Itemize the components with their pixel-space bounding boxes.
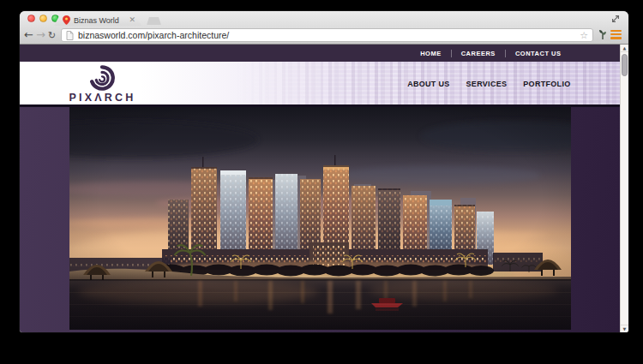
browser-toolbar: ← → ↻ biznasworld.com/pixarch-architectu… <box>20 26 628 45</box>
hero-image <box>69 107 571 330</box>
browser-menu-button[interactable] <box>610 30 622 40</box>
scrollbar-thumb[interactable] <box>622 54 628 76</box>
back-button[interactable]: ← <box>24 27 33 43</box>
map-pin-favicon-icon <box>63 15 70 25</box>
forward-button[interactable]: → <box>36 27 45 43</box>
extension-icon[interactable] <box>598 29 608 40</box>
main-navigation: ABOUT US SERVICES PORTFOLIO <box>407 80 570 88</box>
topbar-link-home[interactable]: HOME <box>411 50 451 57</box>
site-topbar: HOME CAREERS CONTACT US <box>20 45 620 62</box>
page-viewport: HOME CAREERS CONTACT US <box>20 45 628 332</box>
pixarch-logo[interactable]: PIXΛRCH <box>69 65 136 104</box>
topbar-link-contact-us[interactable]: CONTACT US <box>506 50 571 57</box>
scrollbar-up-arrow[interactable]: ▲ <box>621 45 628 52</box>
reload-button[interactable]: ↻ <box>48 28 56 44</box>
topbar-link-careers[interactable]: CAREERS <box>452 50 505 57</box>
tab-close-icon[interactable]: ✕ <box>129 16 135 24</box>
vertical-scrollbar[interactable]: ▲ ▼ <box>620 45 628 332</box>
fullscreen-icon[interactable] <box>610 14 621 24</box>
browser-titlebar[interactable]: Biznas World ✕ ← → ↻ biznasworld.com/pix… <box>20 11 628 45</box>
scrollbar-down-arrow[interactable]: ▼ <box>621 325 628 332</box>
browser-window: Biznas World ✕ ← → ↻ biznasworld.com/pix… <box>20 11 628 332</box>
site-header: PIXΛRCH ABOUT US SERVICES PORTFOLIO <box>20 62 620 107</box>
nav-link-about-us[interactable]: ABOUT US <box>407 80 449 88</box>
swirl-logo-icon <box>89 65 115 91</box>
page-icon <box>66 31 74 40</box>
minimize-button[interactable] <box>39 15 47 22</box>
tab-title: Biznas World <box>74 16 129 25</box>
browser-tab[interactable]: Biznas World ✕ <box>54 15 141 26</box>
nav-link-services[interactable]: SERVICES <box>466 80 508 88</box>
nav-link-portfolio[interactable]: PORTFOLIO <box>523 80 570 88</box>
address-bar[interactable]: biznasworld.com/pixarch-architecture/ ☆ <box>61 28 593 42</box>
bookmark-star-icon[interactable]: ☆ <box>580 31 588 40</box>
url-text: biznasworld.com/pixarch-architecture/ <box>78 30 580 40</box>
logo-text: PIXΛRCH <box>69 92 136 104</box>
close-button[interactable] <box>27 15 35 22</box>
new-tab-button[interactable] <box>147 17 161 25</box>
webpage: HOME CAREERS CONTACT US <box>20 45 620 332</box>
